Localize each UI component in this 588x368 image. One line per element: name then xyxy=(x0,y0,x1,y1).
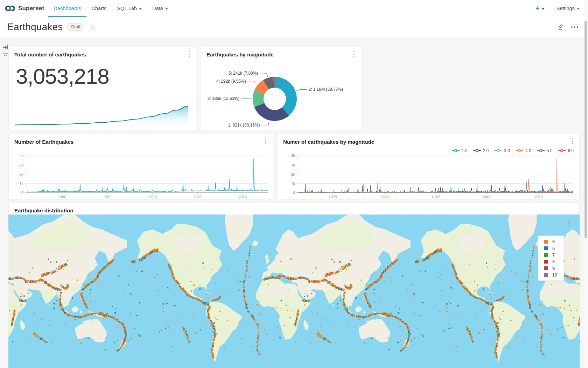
chevron-down-icon xyxy=(542,8,545,10)
status-badge: Draft xyxy=(67,23,84,31)
legend-swatch xyxy=(544,246,548,250)
x-tick-label: 1980 xyxy=(58,195,66,199)
legend-label: 10 xyxy=(552,273,557,278)
legend-swatch xyxy=(544,273,548,277)
legend-marker-icon xyxy=(473,149,481,152)
legend-label: 2.0 xyxy=(483,148,489,153)
x-tick-label: 1989 xyxy=(103,195,111,199)
pie-slice-label: 1: 921k (30.16%) xyxy=(228,123,260,128)
legend-marker-icon xyxy=(515,149,524,152)
page-scrollbar xyxy=(584,0,588,368)
map-legend-item-8[interactable]: 8 xyxy=(538,258,564,265)
map-legend-item-9[interactable]: 9 xyxy=(538,265,564,272)
chevron-down-icon xyxy=(577,8,580,10)
x-tick-label: 1979 xyxy=(329,195,337,199)
new-item-button[interactable]: + xyxy=(536,0,545,17)
x-tick-label: 1997 xyxy=(432,195,440,199)
legend-swatch xyxy=(544,253,548,257)
legend-item-6.0[interactable]: 6.0 xyxy=(558,148,574,153)
legend-label: 6.0 xyxy=(568,148,574,153)
line-series-4.0 xyxy=(299,158,573,193)
trendline-chart xyxy=(12,104,194,128)
kebab-menu-icon[interactable] xyxy=(263,138,268,145)
kebab-menu-icon[interactable] xyxy=(186,50,192,57)
y-tick-label: 2k xyxy=(19,172,23,176)
dashboard-header: Earthquakes Draft ☆ xyxy=(0,17,588,37)
chart-title: Numer of earthquakes by magnitude xyxy=(283,139,374,145)
legend-item-3.0[interactable]: 3.0 xyxy=(494,148,510,153)
scrollbar-thumb[interactable] xyxy=(584,21,587,238)
nav-charts[interactable]: Charts xyxy=(86,0,112,17)
y-tick-label: 0 xyxy=(21,191,23,195)
line-series xyxy=(27,158,268,192)
map-legend-item-7[interactable]: 7 xyxy=(538,252,564,258)
superset-logo[interactable]: Superset xyxy=(5,5,44,12)
edit-pencil-icon[interactable] xyxy=(557,23,564,30)
settings-menu[interactable]: Settings xyxy=(556,6,580,11)
legend-label: 3.0 xyxy=(504,148,510,153)
chevron-down-icon xyxy=(165,8,168,10)
favorite-star-icon[interactable]: ☆ xyxy=(89,23,96,30)
legend-label: 5.0 xyxy=(547,148,553,153)
top-navbar: Superset Dashboards Charts SQL Lab Data … xyxy=(0,0,588,17)
legend-marker-icon xyxy=(537,149,545,152)
legend-label: 6 xyxy=(552,246,555,251)
card-earthquakes-by-magnitude: Earthquakes by magnitude 2: 1.18M (38.77… xyxy=(201,47,361,130)
y-tick-label: 1k xyxy=(19,182,23,186)
legend-marker-icon xyxy=(558,149,566,152)
chart-legend: 1.02.03.04.05.06.0 xyxy=(446,148,574,153)
map-canvas xyxy=(8,214,580,368)
legend-item-4.0[interactable]: 4.0 xyxy=(515,148,531,153)
map-legend-item-5[interactable]: 5 xyxy=(538,238,564,245)
x-tick-label: 1988 xyxy=(380,195,388,199)
nav-sql-lab[interactable]: SQL Lab xyxy=(112,0,147,17)
dashboard-menu-icon[interactable] xyxy=(570,26,578,28)
x-tick-label: 2007 xyxy=(193,195,202,199)
kebab-menu-icon[interactable] xyxy=(569,138,575,145)
legend-label: 5 xyxy=(552,239,555,244)
card-total-number: Total number of earthquakes 3,053,218 xyxy=(8,47,196,130)
map-legend-item-10[interactable]: 10 xyxy=(538,272,564,278)
pie-slice-label: 5: 241k (7.88%) xyxy=(229,71,258,76)
legend-label: 9 xyxy=(552,266,555,271)
legend-marker-icon xyxy=(494,149,502,152)
pie-slice-label: 2: 1.18M (38.77%) xyxy=(308,87,343,92)
map-legend-item-6[interactable]: 6 xyxy=(538,245,564,252)
x-tick-label: 2016 xyxy=(238,195,247,199)
legend-item-2.0[interactable]: 2.0 xyxy=(473,148,489,153)
chart-title: Total number of earthquakes xyxy=(14,52,86,57)
filter-funnel-icon[interactable] xyxy=(2,53,9,58)
brand-name: Superset xyxy=(18,5,44,12)
pie-slice-label: 3: 386k (12.63%) xyxy=(208,96,239,101)
kebab-menu-icon[interactable] xyxy=(351,50,357,57)
legend-label: 7 xyxy=(552,253,555,258)
world-map[interactable]: 5678910 xyxy=(8,214,580,368)
main-nav: Dashboards Charts SQL Lab Data xyxy=(48,0,173,17)
chart-title: Number of Earthquakes xyxy=(14,139,74,145)
legend-swatch xyxy=(544,266,548,270)
legend-item-5.0[interactable]: 5.0 xyxy=(537,148,553,153)
legend-label: 8 xyxy=(552,259,555,264)
x-tick-label: 2015 xyxy=(534,195,543,199)
nav-dashboards[interactable]: Dashboards xyxy=(48,0,86,17)
donut-chart: 2: 1.18M (38.77%)1: 921k (30.16%)3: 386k… xyxy=(201,47,362,131)
nav-data[interactable]: Data xyxy=(147,0,173,17)
legend-item-1.0[interactable]: 1.0 xyxy=(451,148,468,153)
x-tick-label: 2006 xyxy=(483,195,491,199)
kebab-menu-icon[interactable] xyxy=(566,220,572,227)
pie-slice-label: 4: 292k (9.55%) xyxy=(216,79,246,84)
y-tick-label: 1k xyxy=(291,182,295,186)
y-tick-label: 4k xyxy=(291,154,295,158)
page-title: Earthquakes xyxy=(7,21,63,33)
navbar-right: + Settings xyxy=(536,0,580,17)
x-tick-label: 1998 xyxy=(148,195,156,199)
infinity-logo-icon xyxy=(5,5,15,12)
expand-filter-bar-icon[interactable] xyxy=(2,44,9,50)
y-tick-label: 2k xyxy=(291,172,295,176)
legend-swatch xyxy=(544,260,548,264)
dashboard-page: Superset Dashboards Charts SQL Lab Data … xyxy=(0,0,588,368)
line-series-2.0 xyxy=(299,182,573,192)
legend-label: 4.0 xyxy=(525,148,531,153)
map-legend: 5678910 xyxy=(538,236,564,281)
big-number-value: 3,053,218 xyxy=(16,64,109,89)
